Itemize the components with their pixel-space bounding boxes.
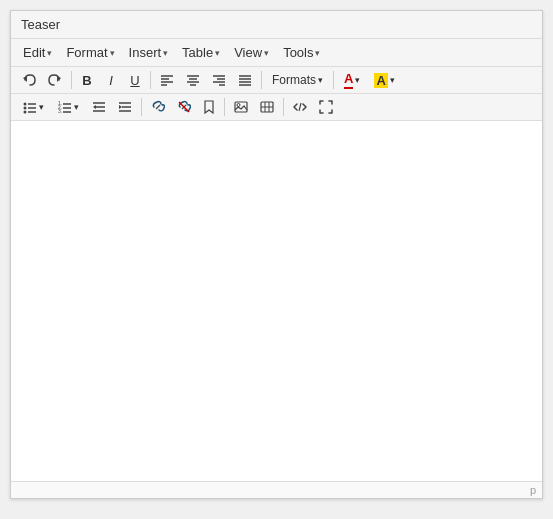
menu-edit[interactable]: Edit ▾ bbox=[17, 42, 58, 63]
image-icon bbox=[234, 100, 248, 114]
menubar: Edit ▾ Format ▾ Insert ▾ Table ▾ View ▾ … bbox=[11, 39, 542, 67]
format-arrow-icon: ▾ bbox=[110, 48, 115, 58]
align-justify-button[interactable] bbox=[233, 69, 257, 91]
edit-arrow-icon: ▾ bbox=[47, 48, 52, 58]
menu-format[interactable]: Format ▾ bbox=[60, 42, 120, 63]
redo-icon bbox=[48, 73, 62, 87]
undo-icon bbox=[22, 73, 36, 87]
bullet-list-icon bbox=[23, 100, 37, 114]
separator-1 bbox=[71, 71, 72, 89]
status-bar: p bbox=[11, 481, 542, 498]
editor-title: Teaser bbox=[21, 17, 60, 32]
align-right-button[interactable] bbox=[207, 69, 231, 91]
align-justify-icon bbox=[238, 73, 252, 87]
number-list-icon: 1. 2. 3. bbox=[58, 100, 72, 114]
font-color-icon: A bbox=[344, 71, 353, 89]
separator-5 bbox=[141, 98, 142, 116]
align-center-button[interactable] bbox=[181, 69, 205, 91]
bg-color-arrow-icon: ▾ bbox=[390, 75, 395, 85]
align-left-icon bbox=[160, 73, 174, 87]
toolbar-row-2: ▾ 1. 2. 3. ▾ bbox=[11, 94, 542, 121]
align-right-icon bbox=[212, 73, 226, 87]
bookmark-button[interactable] bbox=[198, 96, 220, 118]
separator-3 bbox=[261, 71, 262, 89]
align-left-button[interactable] bbox=[155, 69, 179, 91]
number-arrow-icon: ▾ bbox=[74, 102, 79, 112]
bold-button[interactable]: B bbox=[76, 69, 98, 91]
fullscreen-icon bbox=[319, 100, 333, 114]
separator-6 bbox=[224, 98, 225, 116]
media-icon bbox=[260, 100, 274, 114]
undo-button[interactable] bbox=[17, 69, 41, 91]
bg-color-button[interactable]: A ▾ bbox=[368, 69, 400, 91]
view-arrow-icon: ▾ bbox=[264, 48, 269, 58]
editor-container: Teaser Edit ▾ Format ▾ Insert ▾ Table ▾ … bbox=[10, 10, 543, 499]
number-list-button[interactable]: 1. 2. 3. ▾ bbox=[52, 96, 85, 118]
table-arrow-icon: ▾ bbox=[215, 48, 220, 58]
fullscreen-button[interactable] bbox=[314, 96, 338, 118]
formats-label: Formats bbox=[272, 73, 316, 87]
bg-color-icon: A bbox=[374, 73, 387, 88]
underline-icon: U bbox=[130, 73, 139, 88]
separator-4 bbox=[333, 71, 334, 89]
media-button[interactable] bbox=[255, 96, 279, 118]
link-button[interactable] bbox=[146, 96, 170, 118]
align-center-icon bbox=[186, 73, 200, 87]
insert-arrow-icon: ▾ bbox=[163, 48, 168, 58]
tools-arrow-icon: ▾ bbox=[315, 48, 320, 58]
font-color-button[interactable]: A ▾ bbox=[338, 69, 366, 91]
unlink-button[interactable] bbox=[172, 96, 196, 118]
editor-body[interactable] bbox=[11, 121, 542, 481]
outdent-icon bbox=[92, 100, 106, 114]
bookmark-icon bbox=[203, 100, 215, 114]
menu-insert[interactable]: Insert ▾ bbox=[123, 42, 175, 63]
menu-tools[interactable]: Tools ▾ bbox=[277, 42, 326, 63]
toolbar-row-1: B I U bbox=[11, 67, 542, 94]
svg-text:3.: 3. bbox=[58, 108, 62, 114]
svg-point-20 bbox=[24, 107, 27, 110]
svg-point-22 bbox=[24, 111, 27, 114]
bullet-list-button[interactable]: ▾ bbox=[17, 96, 50, 118]
underline-button[interactable]: U bbox=[124, 69, 146, 91]
menu-table[interactable]: Table ▾ bbox=[176, 42, 226, 63]
bullet-arrow-icon: ▾ bbox=[39, 102, 44, 112]
indent-icon bbox=[118, 100, 132, 114]
svg-marker-33 bbox=[93, 105, 96, 109]
link-icon bbox=[151, 100, 165, 114]
status-text: p bbox=[530, 484, 536, 496]
svg-line-45 bbox=[299, 103, 301, 111]
italic-icon: I bbox=[109, 73, 113, 88]
image-button[interactable] bbox=[229, 96, 253, 118]
unlink-icon bbox=[177, 100, 191, 114]
italic-button[interactable]: I bbox=[100, 69, 122, 91]
title-bar: Teaser bbox=[11, 11, 542, 39]
menu-view[interactable]: View ▾ bbox=[228, 42, 275, 63]
bold-icon: B bbox=[82, 73, 91, 88]
code-icon bbox=[293, 100, 307, 114]
font-color-arrow-icon: ▾ bbox=[355, 75, 360, 85]
formats-arrow-icon: ▾ bbox=[318, 75, 323, 85]
outdent-button[interactable] bbox=[87, 96, 111, 118]
separator-2 bbox=[150, 71, 151, 89]
svg-point-18 bbox=[24, 103, 27, 106]
code-button[interactable] bbox=[288, 96, 312, 118]
redo-button[interactable] bbox=[43, 69, 67, 91]
indent-button[interactable] bbox=[113, 96, 137, 118]
svg-marker-37 bbox=[119, 105, 122, 109]
formats-dropdown[interactable]: Formats ▾ bbox=[266, 69, 329, 91]
svg-point-40 bbox=[237, 104, 240, 107]
separator-7 bbox=[283, 98, 284, 116]
